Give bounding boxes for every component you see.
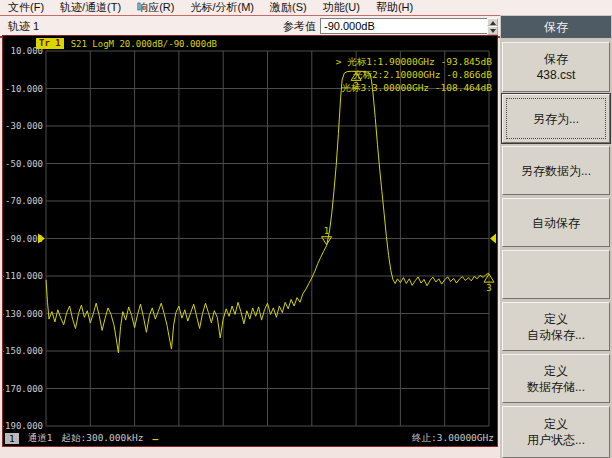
y-axis-tick-label: -170.000 bbox=[3, 384, 43, 394]
softkey-define-user-state[interactable]: 定义 用户状态... bbox=[502, 406, 610, 458]
softkey-label: 另存数据为... bbox=[521, 163, 591, 179]
menu-file[interactable]: 文件(F) bbox=[0, 0, 52, 15]
menu-marker-analysis[interactable]: 光标/分析(M) bbox=[182, 0, 262, 15]
softkey-label: 数据存储... bbox=[527, 379, 585, 395]
trace-badge[interactable]: Tr 1 bbox=[36, 38, 64, 49]
trace-selector-label[interactable]: 轨迹 1 bbox=[8, 19, 39, 34]
marker-readout: 光标3:3.00000GHz -108.464dB bbox=[341, 82, 492, 93]
channel-status-bar: 1 通道1 起始:300.000kHz — 终止:3.00000GHz bbox=[5, 432, 494, 444]
marker-number: 3 bbox=[486, 283, 491, 293]
reference-value-input[interactable] bbox=[320, 18, 487, 34]
softkey-define-data-store[interactable]: 定义 数据存储... bbox=[502, 354, 610, 403]
marker-readout: > 光标1:1.90000GHz -93.845dB bbox=[336, 56, 493, 67]
softkey-auto-save[interactable]: 自动保存 bbox=[502, 198, 610, 247]
softkey-label: 保存 bbox=[544, 51, 568, 67]
softkey-save-data-as[interactable]: 另存数据为... bbox=[502, 146, 610, 195]
measurement-format-label: S21 LogM 20.000dB/-90.000dB bbox=[71, 39, 217, 49]
softkey-label: 另存为... bbox=[533, 111, 579, 127]
softkey-define-auto-save[interactable]: 定义 自动保存... bbox=[502, 302, 610, 351]
menu-bar: 文件(F) 轨迹/通道(T) 响应(R) 光标/分析(M) 激励(S) 功能(U… bbox=[0, 0, 612, 16]
softkey-blank[interactable] bbox=[502, 250, 610, 299]
y-axis-tick-label: -110.000 bbox=[3, 271, 43, 281]
stepper-up-button[interactable] bbox=[487, 18, 498, 27]
reference-value-stepper bbox=[487, 18, 498, 35]
chart-svg: 10.000-10.000-30.000-50.000-70.000-90.00… bbox=[3, 36, 497, 446]
softkey-label: 定义 bbox=[544, 363, 568, 379]
y-axis-tick-label: -70.000 bbox=[5, 196, 43, 206]
softkey-label: 438.cst bbox=[537, 67, 576, 83]
reference-value-label: 参考值 bbox=[283, 19, 316, 34]
stop-frequency-label: 终止:3.00000GHz bbox=[412, 432, 494, 445]
y-axis-tick-label: -130.000 bbox=[3, 309, 43, 319]
y-axis-tick-label: -190.000 bbox=[3, 421, 43, 431]
channel-label: 通道1 bbox=[28, 432, 53, 445]
y-axis-tick-label: -50.000 bbox=[5, 159, 43, 169]
marker-readout: 光标2:2.10000GHz -0.866dB bbox=[353, 69, 492, 80]
y-axis-tick-label: -10.000 bbox=[5, 84, 43, 94]
menu-stimulus[interactable]: 激励(S) bbox=[262, 0, 315, 15]
softkey-label: 定义 bbox=[544, 311, 568, 327]
arrow-up-icon bbox=[490, 21, 496, 25]
softkey-save-as[interactable]: 另存为... bbox=[502, 94, 610, 143]
softkey-label: 用户状态... bbox=[527, 432, 585, 448]
vna-app-window: 文件(F) 轨迹/通道(T) 响应(R) 光标/分析(M) 激励(S) 功能(U… bbox=[0, 0, 612, 458]
reference-level-arrow-right bbox=[490, 234, 496, 244]
softkey-label: 自动保存... bbox=[527, 327, 585, 343]
softkey-save-file[interactable]: 保存 438.cst bbox=[502, 42, 610, 92]
menu-help[interactable]: 帮助(H) bbox=[368, 0, 421, 15]
measurement-display: 10.000-10.000-30.000-50.000-70.000-90.00… bbox=[2, 35, 498, 447]
softkey-sidebar: 保存 保存 438.cst 另存为... 另存数据为... 自动保存 定义 自动… bbox=[500, 15, 612, 458]
arrow-down-icon bbox=[490, 29, 496, 33]
softkey-label: 自动保存 bbox=[532, 215, 580, 231]
menu-trace-channel[interactable]: 轨迹/通道(T) bbox=[52, 0, 129, 15]
y-axis-tick-label: -150.000 bbox=[3, 346, 43, 356]
softkey-label: 定义 bbox=[544, 416, 568, 432]
menu-response[interactable]: 响应(R) bbox=[129, 0, 182, 15]
trace-color-dash: — bbox=[152, 433, 158, 444]
y-axis-tick-label: -30.000 bbox=[5, 121, 43, 131]
marker-number: 1 bbox=[324, 226, 329, 236]
reference-value-group: 参考值 bbox=[283, 18, 500, 35]
channel-badge[interactable]: 1 bbox=[5, 433, 19, 444]
trace-status-line: Tr 1 S21 LogM 20.000dB/-90.000dB bbox=[36, 38, 217, 49]
menu-utility[interactable]: 功能(U) bbox=[315, 0, 368, 15]
stepper-down-button[interactable] bbox=[487, 26, 498, 35]
y-axis-tick-label: -90.000 bbox=[5, 234, 43, 244]
start-frequency-label: 起始:300.000kHz bbox=[61, 432, 143, 445]
softkey-menu-title: 保存 bbox=[501, 16, 611, 38]
